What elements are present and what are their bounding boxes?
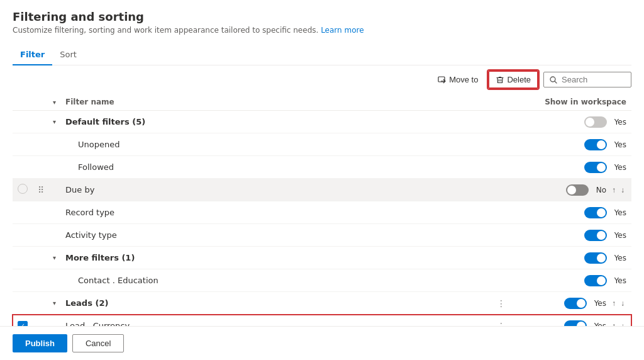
followed-label: Followed — [78, 162, 493, 172]
row-contact-education: Contact . Education Yes — [13, 269, 631, 292]
due-by-drag-icon[interactable]: ⠿ — [38, 185, 44, 195]
delete-icon — [496, 76, 504, 84]
unopened-label: Unopened — [78, 140, 493, 149]
record-type-label: Record type — [65, 208, 493, 217]
page-subtitle: Customize filtering, sorting and work it… — [13, 26, 631, 35]
row-more-filters: ▾ More filters (1) Yes — [13, 247, 631, 269]
header-filter-name: Filter name — [65, 98, 493, 106]
contact-education-toggle[interactable] — [584, 275, 607, 286]
page-title: Filtering and sorting — [13, 10, 631, 23]
due-by-checkbox[interactable] — [18, 184, 28, 194]
learn-more-link[interactable]: Learn more — [321, 26, 364, 35]
leads-label: Leads (2) — [65, 298, 493, 308]
default-filters-right: Yes — [513, 116, 626, 128]
more-filters-toggle[interactable] — [584, 252, 607, 264]
expand-leads-icon[interactable]: ▾ — [53, 300, 65, 307]
default-filters-label: Default filters (5) — [65, 117, 493, 127]
row-unopened: Unopened Yes — [13, 133, 631, 156]
leads-toggle[interactable] — [564, 298, 587, 309]
publish-button[interactable]: Publish — [13, 334, 67, 352]
row-default-filters: ▾ Default filters (5) Yes — [13, 111, 631, 133]
contact-education-label: Contact . Education — [78, 276, 493, 285]
record-type-toggle[interactable] — [584, 207, 607, 218]
svg-line-5 — [555, 81, 557, 83]
expand-default-filters-icon[interactable]: ▾ — [53, 118, 65, 125]
delete-button-wrapper: Delete — [488, 70, 538, 89]
activity-type-label: Activity type — [65, 230, 493, 240]
unopened-toggle[interactable] — [584, 139, 607, 150]
move-to-icon — [438, 76, 447, 84]
search-icon — [549, 76, 558, 84]
row-activity-type: Activity type Yes — [13, 224, 631, 247]
leads-context-menu-icon[interactable]: ⋮ — [493, 297, 509, 310]
due-by-label: Due by — [65, 185, 493, 194]
search-input[interactable] — [562, 75, 625, 84]
followed-toggle[interactable] — [584, 162, 607, 173]
cancel-button[interactable]: Cancel — [72, 334, 124, 352]
more-filters-label: More filters (1) — [65, 253, 493, 262]
search-box — [543, 72, 631, 87]
header-expand-icon[interactable]: ▾ — [53, 99, 65, 106]
footer: Publish Cancel — [0, 326, 644, 360]
activity-type-toggle[interactable] — [584, 230, 607, 241]
tab-filter[interactable]: Filter — [13, 45, 52, 65]
tabs-container: Filter Sort — [13, 45, 631, 65]
tab-sort[interactable]: Sort — [52, 45, 84, 65]
default-filters-toggle[interactable] — [584, 116, 607, 128]
delete-button[interactable]: Delete — [488, 70, 538, 89]
row-record-type: Record type Yes — [13, 201, 631, 224]
due-by-up-arrow[interactable]: ↑ — [610, 184, 618, 196]
leads-down-arrow[interactable]: ↓ — [619, 298, 626, 309]
move-to-button[interactable]: Move to — [433, 72, 483, 87]
row-leads: ▾ Leads (2) ⋮ Yes ↑ ↓ — [13, 292, 631, 315]
header-show-workspace: Show in workspace — [513, 98, 626, 106]
table-header: ▾ Filter name Show in workspace — [13, 94, 631, 111]
expand-more-filters-icon[interactable]: ▾ — [53, 254, 65, 261]
due-by-down-arrow[interactable]: ↓ — [619, 184, 626, 196]
row-followed: Followed Yes — [13, 156, 631, 179]
row-due-by: ⠿ Due by No ↑ ↓ — [13, 179, 631, 201]
toolbar: Move to Delete — [13, 65, 631, 94]
due-by-toggle[interactable] — [566, 184, 589, 196]
leads-up-arrow[interactable]: ↑ — [610, 298, 618, 309]
